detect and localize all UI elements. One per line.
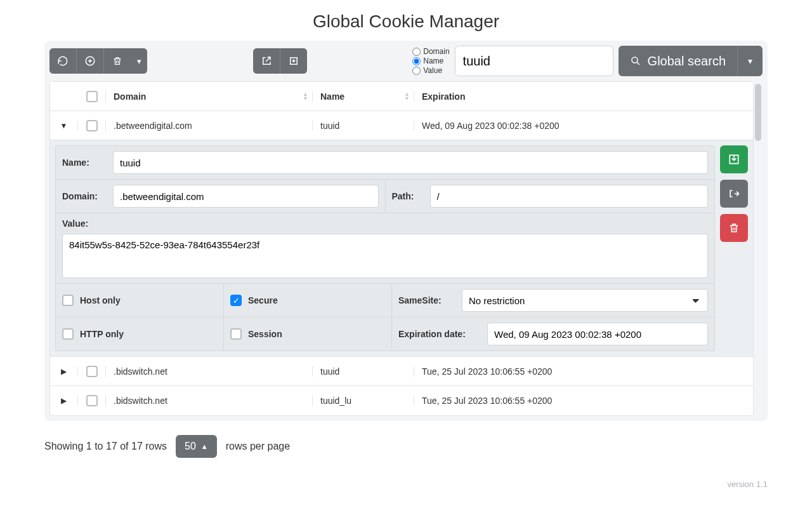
row-detail-panel: Name: Domain: Path: <box>50 140 753 357</box>
page-title: Global Cookie Manager <box>44 0 768 41</box>
radio-name[interactable]: Name <box>412 57 449 65</box>
refresh-button[interactable] <box>49 48 76 74</box>
delete-dropdown-button[interactable]: ▾ <box>131 48 147 74</box>
global-search-dropdown[interactable]: ▾ <box>737 46 763 76</box>
caret-up-icon: ▲ <box>201 443 208 450</box>
expiration-date-input[interactable] <box>487 323 708 345</box>
label-host-only: Host only <box>80 295 121 305</box>
export-button[interactable] <box>253 48 280 74</box>
radio-domain[interactable]: Domain <box>412 47 449 56</box>
export-cookie-button[interactable] <box>720 180 748 208</box>
toolbar-group-mid <box>253 48 307 74</box>
pagination-footer: Showing 1 to 17 of 17 rows 50 ▲ rows per… <box>44 421 768 458</box>
session-checkbox[interactable] <box>230 328 242 340</box>
host-only-checkbox[interactable] <box>62 295 74 306</box>
cell-expiration: Tue, 25 Jul 2023 10:06:55 +0200 <box>414 396 753 406</box>
radio-name-label: Name <box>423 57 443 65</box>
cell-domain: .betweendigital.com <box>106 121 313 131</box>
row-checkbox[interactable] <box>86 366 98 377</box>
samesite-select[interactable]: No restriction <box>462 289 708 312</box>
radio-value[interactable]: Value <box>412 66 449 75</box>
table-header: Domain▲▼ Name▲▼ Expiration <box>50 82 753 111</box>
cell-domain: .bidswitch.net <box>106 366 313 377</box>
column-header-domain[interactable]: Domain▲▼ <box>106 91 313 102</box>
row-checkbox[interactable] <box>86 120 98 131</box>
caret-down-icon: ▾ <box>748 56 752 66</box>
label-http-only: HTTP only <box>80 329 124 339</box>
cell-name: tuuid_lu <box>313 396 414 406</box>
export-icon <box>728 187 740 200</box>
cell-name: tuuid <box>313 366 414 377</box>
delete-button[interactable] <box>104 48 131 74</box>
detail-name-input[interactable] <box>113 151 708 174</box>
scroll-thumb[interactable] <box>755 84 761 141</box>
version-label: version 1.1 <box>727 479 768 489</box>
table-scrollbar[interactable] <box>754 81 763 416</box>
radio-domain-label: Domain <box>423 47 449 56</box>
save-icon <box>728 153 740 166</box>
cookie-table: Domain▲▼ Name▲▼ Expiration ▼ .betweendig… <box>49 81 754 416</box>
delete-cookie-button[interactable] <box>720 214 748 242</box>
column-header-expiration[interactable]: Expiration <box>414 91 753 102</box>
column-header-name[interactable]: Name▲▼ <box>313 91 414 102</box>
table-row: ▼ .betweendigital.com tuuid Wed, 09 Aug … <box>50 111 753 140</box>
detail-domain-input[interactable] <box>113 185 379 208</box>
import-icon <box>288 55 299 67</box>
sort-icon: ▲▼ <box>303 92 308 101</box>
svg-point-1 <box>632 57 638 63</box>
label-domain: Domain: <box>62 191 107 201</box>
plus-circle-icon <box>84 55 96 67</box>
table-row: ▶ .bidswitch.net tuuid_lu Tue, 25 Jul 20… <box>50 386 753 415</box>
label-samesite: SameSite: <box>398 295 455 305</box>
search-scope-radios: Domain Name Value <box>412 47 449 75</box>
label-session: Session <box>248 329 282 339</box>
label-exp-date: Expiration date: <box>398 329 481 339</box>
expand-toggle[interactable]: ▶ <box>61 396 67 405</box>
global-search-button[interactable]: Global search <box>619 54 737 69</box>
label-path: Path: <box>392 191 424 201</box>
export-icon <box>261 55 272 67</box>
toolbar: ▾ Domain Name Value Global search <box>49 46 763 76</box>
caret-down-icon: ▾ <box>137 57 141 66</box>
table-row: ▶ .bidswitch.net tuuid Tue, 25 Jul 2023 … <box>50 357 753 386</box>
trash-icon <box>728 222 740 234</box>
cell-name: tuuid <box>313 121 414 131</box>
refresh-icon <box>57 55 69 67</box>
collapse-toggle[interactable]: ▼ <box>60 121 68 130</box>
select-all-checkbox[interactable] <box>86 91 98 102</box>
http-only-checkbox[interactable] <box>62 328 74 340</box>
page-size-select[interactable]: 50 ▲ <box>176 435 217 458</box>
rows-per-page-label: rows per page <box>226 441 290 452</box>
add-button[interactable] <box>77 48 103 74</box>
cell-expiration: Tue, 25 Jul 2023 10:06:55 +0200 <box>414 366 753 377</box>
global-search-button-group: Global search ▾ <box>619 46 763 76</box>
row-checkbox[interactable] <box>86 395 98 406</box>
import-button[interactable] <box>280 48 307 74</box>
search-icon <box>630 55 641 67</box>
search-input[interactable] <box>455 46 613 76</box>
label-secure: Secure <box>248 295 278 305</box>
sort-icon: ▲▼ <box>404 92 410 101</box>
cell-domain: .bidswitch.net <box>106 396 313 406</box>
toolbar-group-left: ▾ <box>49 48 147 74</box>
save-cookie-button[interactable] <box>720 145 748 173</box>
detail-path-input[interactable] <box>430 185 709 208</box>
cell-expiration: Wed, 09 Aug 2023 00:02:38 +0200 <box>414 121 753 131</box>
expand-toggle[interactable]: ▶ <box>61 367 67 376</box>
detail-value-textarea[interactable] <box>62 234 708 278</box>
radio-value-label: Value <box>423 66 442 75</box>
global-search-label: Global search <box>648 54 726 69</box>
secure-checkbox[interactable]: ✓ <box>230 295 242 306</box>
label-name: Name: <box>62 157 107 168</box>
showing-text: Showing 1 to 17 of 17 rows <box>44 441 167 452</box>
trash-icon <box>112 56 122 66</box>
label-value: Value: <box>62 218 107 229</box>
